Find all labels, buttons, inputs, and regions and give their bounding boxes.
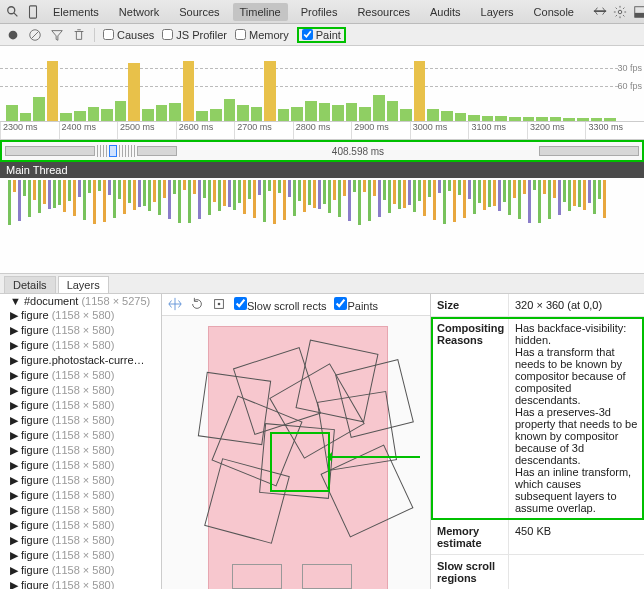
tab-layers[interactable]: Layers	[474, 3, 521, 21]
paint-label: Paint	[316, 29, 341, 41]
overview-time: 408.598 ms	[332, 146, 384, 157]
fps-chart[interactable]: 30 fps 60 fps	[0, 46, 644, 122]
trash-icon[interactable]	[72, 28, 86, 42]
main-thread-flame[interactable]	[0, 178, 644, 274]
filter-icon[interactable]	[50, 28, 64, 42]
prop-slow-key: Slow scroll regions	[431, 555, 509, 589]
memory-label: Memory	[249, 29, 289, 41]
device-icon[interactable]	[26, 5, 40, 19]
jsprofiler-checkbox[interactable]: JS Profiler	[162, 29, 227, 41]
clear-icon[interactable]	[28, 28, 42, 42]
paints-checkbox[interactable]: Paints	[334, 297, 378, 312]
svg-point-4	[618, 10, 622, 14]
drawer-icon[interactable]	[593, 5, 607, 19]
jsprofiler-label: JS Profiler	[176, 29, 227, 41]
ruler-tick: 3100 ms	[468, 122, 527, 139]
main-thread-header: Main Thread	[0, 162, 644, 178]
tree-row[interactable]: ▶ figure.photostack-curre…	[0, 353, 161, 368]
overview-selection[interactable]	[109, 145, 117, 157]
prop-mem-val: 450 KB	[509, 520, 644, 554]
tree-row[interactable]: ▶ figure (1158 × 580)	[0, 578, 161, 589]
time-ruler: 2300 ms2400 ms2500 ms2600 ms2700 ms2800 …	[0, 122, 644, 140]
gear-icon[interactable]	[613, 5, 627, 19]
svg-rect-2	[30, 5, 37, 17]
causes-label: Causes	[117, 29, 154, 41]
ruler-tick: 2500 ms	[117, 122, 176, 139]
dock-icon[interactable]	[633, 5, 644, 19]
ruler-tick: 3000 ms	[410, 122, 469, 139]
search-icon[interactable]	[6, 5, 20, 19]
slow-scroll-checkbox[interactable]: Slow scroll rects	[234, 297, 326, 312]
tree-row[interactable]: ▼ #document (1158 × 5275)	[0, 294, 161, 308]
tree-row[interactable]: ▶ figure (1158 × 580)	[0, 383, 161, 398]
layer-tree[interactable]: ▼ #document (1158 × 5275)▶ figure (1158 …	[0, 294, 162, 589]
overview-strip[interactable]: 408.598 ms	[0, 140, 644, 162]
callout-arrow	[330, 456, 420, 458]
tree-row[interactable]: ▶ figure (1158 × 580)	[0, 368, 161, 383]
rotate-icon[interactable]	[190, 297, 204, 313]
tree-row[interactable]: ▶ figure (1158 × 580)	[0, 443, 161, 458]
ruler-tick: 3200 ms	[527, 122, 586, 139]
layer-rect	[198, 372, 271, 445]
svg-point-11	[218, 302, 221, 305]
ruler-tick: 3300 ms	[585, 122, 644, 139]
tree-row[interactable]: ▶ figure (1158 × 580)	[0, 473, 161, 488]
tab-timeline[interactable]: Timeline	[233, 3, 288, 21]
memory-checkbox[interactable]: Memory	[235, 29, 289, 41]
fps-60-label: 60 fps	[617, 81, 642, 91]
tab-audits[interactable]: Audits	[423, 3, 468, 21]
layer-rect	[232, 564, 282, 589]
tab-elements[interactable]: Elements	[46, 3, 106, 21]
main-tabbar: Elements Network Sources Timeline Profil…	[0, 0, 644, 24]
causes-checkbox[interactable]: Causes	[103, 29, 154, 41]
svg-point-0	[8, 6, 15, 13]
selected-layer-highlight	[270, 432, 330, 492]
tab-profiles[interactable]: Profiles	[294, 3, 345, 21]
ruler-tick: 2300 ms	[0, 122, 59, 139]
tree-row[interactable]: ▶ figure (1158 × 580)	[0, 518, 161, 533]
sub-tabbar: Details Layers	[0, 274, 644, 294]
tab-resources[interactable]: Resources	[350, 3, 417, 21]
ruler-tick: 2600 ms	[176, 122, 235, 139]
prop-reasons-key: Compositing Reasons	[431, 317, 509, 519]
tree-row[interactable]: ▶ figure (1158 × 580)	[0, 338, 161, 353]
paints-label: Paints	[347, 300, 378, 312]
pan-icon[interactable]	[168, 297, 182, 313]
tab-console[interactable]: Console	[527, 3, 581, 21]
prop-slow-val	[509, 555, 644, 589]
layer-properties: Size320 × 360 (at 0,0) Compositing Reaso…	[430, 294, 644, 589]
prop-size-key: Size	[431, 294, 509, 316]
reset-icon[interactable]	[212, 297, 226, 313]
tab-network[interactable]: Network	[112, 3, 166, 21]
ruler-tick: 2900 ms	[351, 122, 410, 139]
svg-line-9	[32, 31, 39, 38]
prop-reasons-val: Has backface-visibility: hidden. Has a t…	[509, 317, 644, 519]
prop-size-val: 320 × 360 (at 0,0)	[509, 294, 644, 316]
tree-row[interactable]: ▶ figure (1158 × 580)	[0, 323, 161, 338]
layers-toolbar: Slow scroll rects Paints	[162, 294, 430, 316]
timeline-filterbar: Causes JS Profiler Memory Paint	[0, 24, 644, 46]
paint-checkbox[interactable]: Paint	[297, 27, 346, 43]
record-icon[interactable]	[6, 28, 20, 42]
tree-row[interactable]: ▶ figure (1158 × 580)	[0, 308, 161, 323]
subtab-details[interactable]: Details	[4, 276, 56, 293]
layer-canvas[interactable]	[162, 316, 430, 589]
layer-rect	[335, 359, 414, 438]
tree-row[interactable]: ▶ figure (1158 × 580)	[0, 563, 161, 578]
svg-rect-6	[635, 12, 644, 16]
svg-point-7	[9, 30, 18, 39]
tree-row[interactable]: ▶ figure (1158 × 580)	[0, 503, 161, 518]
ruler-tick: 2400 ms	[59, 122, 118, 139]
tab-sources[interactable]: Sources	[172, 3, 226, 21]
tree-row[interactable]: ▶ figure (1158 × 580)	[0, 458, 161, 473]
tree-row[interactable]: ▶ figure (1158 × 580)	[0, 488, 161, 503]
ruler-tick: 2800 ms	[293, 122, 352, 139]
tree-row[interactable]: ▶ figure (1158 × 580)	[0, 398, 161, 413]
subtab-layers[interactable]: Layers	[58, 276, 109, 293]
tree-row[interactable]: ▶ figure (1158 × 580)	[0, 413, 161, 428]
layer-rect	[302, 564, 352, 589]
fps-30-label: 30 fps	[617, 63, 642, 73]
tree-row[interactable]: ▶ figure (1158 × 580)	[0, 548, 161, 563]
tree-row[interactable]: ▶ figure (1158 × 580)	[0, 428, 161, 443]
tree-row[interactable]: ▶ figure (1158 × 580)	[0, 533, 161, 548]
